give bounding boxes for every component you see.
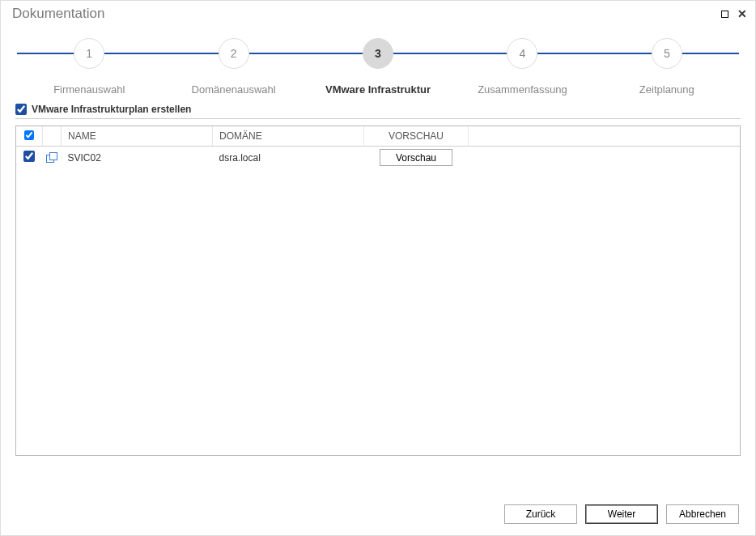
select-all-checkbox[interactable] (24, 130, 34, 140)
create-plan-section: VMware Infrastrukturplan erstellen (1, 96, 755, 119)
step-3[interactable]: 3 VMware Infrastruktur (306, 38, 450, 96)
cell-domain: dsra.local (213, 147, 364, 169)
header-row: NAME DOMÄNE VORSCHAU (16, 126, 740, 147)
create-plan-label: VMware Infrastrukturplan erstellen (32, 104, 191, 115)
step-label: VMware Infrastruktur (325, 83, 431, 96)
step-label: Firmenauswahl (53, 83, 125, 96)
header-domain[interactable]: DOMÄNE (213, 126, 364, 147)
svg-rect-1 (50, 152, 57, 160)
vmware-host-icon (46, 152, 57, 164)
step-label: Zeitplanung (639, 83, 694, 96)
step-circle: 1 (74, 38, 104, 69)
step-circle: 5 (652, 38, 682, 69)
step-4[interactable]: 4 Zusammenfassung (450, 38, 594, 96)
next-button[interactable]: Weiter (585, 504, 658, 524)
header-spacer (469, 126, 741, 147)
header-name[interactable]: NAME (62, 126, 213, 147)
header-icon (43, 126, 62, 147)
window-controls: ✕ (720, 9, 747, 19)
step-label: Domänenauswahl (192, 83, 276, 96)
header-preview[interactable]: VORSCHAU (364, 126, 469, 147)
step-1[interactable]: 1 Firmenauswahl (17, 38, 161, 96)
wizard-footer: Zurück Weiter Abbrechen (1, 495, 755, 535)
back-button[interactable]: Zurück (504, 504, 577, 524)
step-label: Zusammenfassung (478, 83, 567, 96)
host-icon (43, 147, 62, 169)
close-button[interactable]: ✕ (737, 9, 747, 19)
wizard-steps: 1 Firmenauswahl 2 Domänenauswahl 3 VMwar… (1, 22, 755, 96)
close-icon: ✕ (737, 8, 747, 19)
titlebar: Dokumentation ✕ (1, 1, 755, 22)
cancel-button[interactable]: Abbrechen (666, 504, 739, 524)
step-circle: 3 (363, 38, 393, 69)
preview-button[interactable]: Vorschau (380, 149, 452, 166)
step-circle: 4 (507, 38, 537, 69)
header-select-all[interactable] (16, 126, 43, 147)
wizard-window: Dokumentation ✕ 1 Firmenauswahl 2 Domäne… (0, 0, 756, 536)
create-plan-row[interactable]: VMware Infrastrukturplan erstellen (15, 104, 741, 119)
row-checkbox[interactable] (23, 151, 35, 162)
cell-name: SVIC02 (62, 147, 213, 169)
step-circle: 2 (219, 38, 249, 69)
window-title: Dokumentation (12, 6, 104, 22)
maximize-button[interactable] (720, 9, 729, 19)
step-5[interactable]: 5 Zeitplanung (595, 38, 739, 96)
maximize-icon (721, 11, 728, 18)
table-row[interactable]: SVIC02 dsra.local Vorschau (16, 147, 740, 169)
create-plan-checkbox[interactable] (15, 104, 27, 115)
step-2[interactable]: 2 Domänenauswahl (161, 38, 305, 96)
hosts-grid: NAME DOMÄNE VORSCHAU SVIC02 (15, 125, 741, 456)
